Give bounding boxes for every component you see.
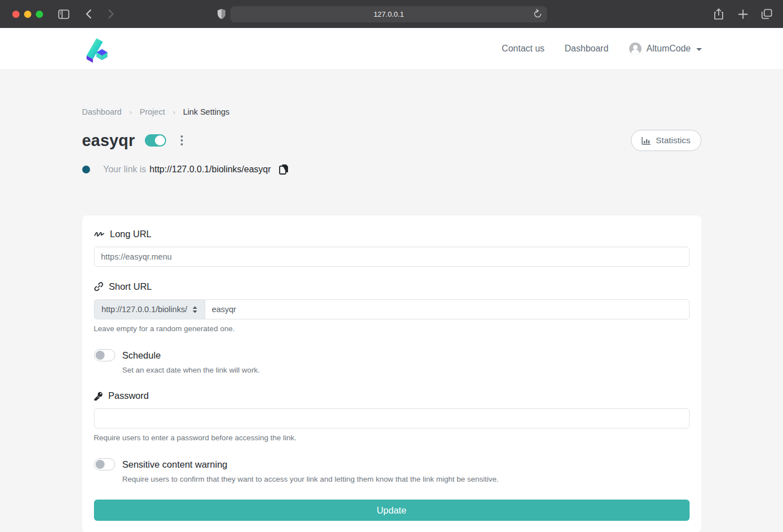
back-icon[interactable]	[80, 6, 97, 22]
your-link-url[interactable]: http://127.0.0.1/biolinks/easyqr	[149, 164, 271, 175]
app-logo[interactable]	[81, 34, 110, 63]
copy-link-icon[interactable]	[279, 164, 289, 175]
chevron-down-icon	[696, 48, 702, 51]
breadcrumb: Dashboard › Project › Link Settings	[82, 107, 701, 116]
schedule-label: Schedule	[122, 350, 161, 361]
more-options-icon[interactable]	[178, 133, 185, 148]
account-name: AltumCode	[647, 44, 691, 54]
password-input[interactable]	[94, 408, 690, 429]
status-dot	[82, 166, 90, 173]
long-url-label: Long URL	[110, 229, 152, 239]
statistics-button[interactable]: Statistics	[631, 130, 701, 151]
sensitive-content-helper: Require users to confirm that they want …	[122, 475, 690, 483]
new-tab-icon[interactable]	[734, 6, 751, 22]
breadcrumb-dashboard[interactable]: Dashboard	[82, 107, 122, 116]
link-icon	[94, 282, 103, 291]
sensitive-content-label: Sensitive content warning	[122, 459, 228, 470]
short-url-helper: Leave empty for a random generated one.	[94, 324, 690, 333]
tab-overview-icon[interactable]	[758, 6, 775, 22]
short-url-label: Short URL	[109, 281, 152, 292]
short-url-domain-value: http://127.0.0.1/biolinks/	[102, 305, 187, 314]
sidebar-toggle-icon[interactable]	[55, 6, 72, 22]
key-icon	[94, 392, 103, 401]
link-settings-card: Long URL Short URL http://127.0.0.1/biol…	[82, 215, 701, 532]
short-url-domain-select[interactable]: http://127.0.0.1/biolinks/	[94, 299, 205, 319]
reload-icon[interactable]	[534, 9, 542, 18]
breadcrumb-project[interactable]: Project	[140, 107, 165, 116]
password-helper: Require users to enter a password before…	[94, 434, 690, 442]
schedule-toggle[interactable]	[94, 349, 115, 361]
breadcrumb-separator: ›	[129, 108, 131, 116]
avatar	[629, 42, 642, 55]
short-url-input[interactable]	[205, 299, 690, 319]
address-bar-url: 127.0.0.1	[374, 10, 404, 18]
statistics-button-label: Statistics	[655, 135, 690, 145]
minimize-window-button[interactable]	[24, 11, 31, 18]
bar-chart-icon	[642, 136, 651, 145]
account-menu[interactable]: AltumCode	[629, 42, 702, 55]
password-label: Password	[109, 390, 149, 401]
nav-dashboard[interactable]: Dashboard	[565, 44, 609, 54]
address-bar[interactable]: 127.0.0.1	[230, 6, 547, 22]
forward-icon[interactable]	[102, 6, 119, 22]
your-link-prefix: Your link is	[103, 164, 147, 175]
scribble-icon	[94, 230, 105, 238]
select-arrows-icon	[192, 306, 197, 313]
breadcrumb-link-settings: Link Settings	[183, 107, 229, 116]
zoom-window-button[interactable]	[36, 11, 43, 18]
nav-contact-us[interactable]: Contact us	[502, 44, 544, 54]
update-button[interactable]: Update	[94, 500, 690, 521]
close-window-button[interactable]	[12, 11, 20, 18]
window-controls	[12, 11, 43, 18]
link-enabled-toggle[interactable]	[145, 134, 166, 147]
sensitive-content-toggle[interactable]	[94, 458, 115, 470]
privacy-shield-icon[interactable]	[217, 8, 226, 20]
browser-chrome: 127.0.0.1	[0, 0, 783, 28]
schedule-helper: Set an exact date when the link will wor…	[122, 366, 690, 374]
site-header: Contact us Dashboard AltumCode	[0, 28, 783, 70]
long-url-input[interactable]	[94, 247, 690, 267]
share-icon[interactable]	[710, 6, 727, 22]
breadcrumb-separator: ›	[173, 108, 175, 116]
page-title: easyqr	[82, 131, 135, 150]
